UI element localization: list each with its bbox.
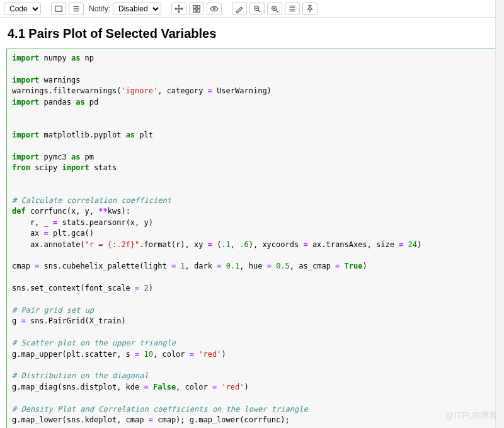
notebook-toolbar: Code Notify: Disabled — [0, 0, 504, 18]
cell-toolbar-button-2[interactable] — [69, 3, 84, 15]
marker-icon[interactable] — [232, 3, 247, 15]
notebook-content: 4.1 Pairs Plot of Selected Variables imp… — [0, 18, 504, 428]
page-title: 4.1 Pairs Plot of Selected Variables — [8, 26, 498, 41]
zoom-out-icon[interactable] — [249, 3, 265, 15]
notify-select[interactable]: Disabled — [113, 3, 161, 15]
grid-icon[interactable] — [189, 3, 204, 15]
svg-line-13 — [276, 9, 278, 12]
code-input-cell[interactable]: import numpy as np import warningswarnin… — [6, 49, 498, 428]
pin-icon[interactable] — [302, 3, 318, 15]
svg-rect-4 — [193, 5, 196, 8]
svg-rect-6 — [193, 9, 196, 11]
svg-line-10 — [258, 9, 261, 12]
eye-icon[interactable] — [207, 3, 222, 15]
svg-rect-5 — [197, 5, 200, 8]
list-dense-icon[interactable] — [285, 3, 300, 15]
cell-type-select[interactable]: Code — [4, 3, 41, 15]
zoom-in-icon[interactable] — [267, 3, 282, 15]
cell-toolbar-button-1[interactable] — [51, 3, 66, 15]
vertical-scrollbar[interactable] — [495, 0, 504, 428]
svg-point-8 — [214, 8, 215, 9]
svg-rect-0 — [55, 6, 62, 11]
svg-rect-7 — [197, 9, 200, 11]
move-icon[interactable] — [171, 3, 186, 15]
notify-label: Notify: — [89, 4, 110, 13]
